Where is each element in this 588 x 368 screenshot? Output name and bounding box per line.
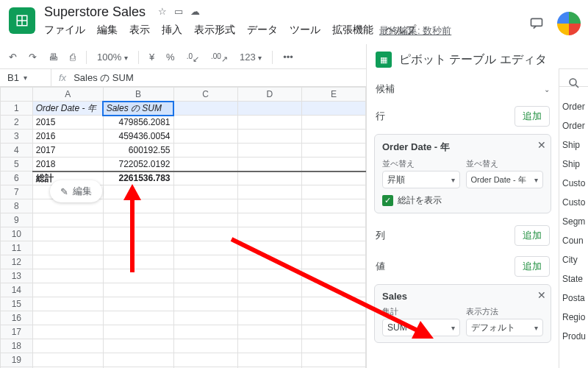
field-item[interactable]: Custo [559, 193, 588, 212]
meet-icon[interactable] [557, 12, 581, 35]
panel-title: ピボット テーブル エディタ [399, 52, 547, 68]
field-item[interactable]: Custo [559, 174, 588, 193]
number-format-button[interactable]: 123 ▾ [237, 50, 265, 64]
undo-icon[interactable]: ↶ [6, 50, 20, 64]
cell-A4[interactable]: 2017 [32, 144, 103, 158]
menu-extensions[interactable]: 拡張機能 [332, 24, 373, 37]
more-tools-button[interactable]: ••• [280, 50, 296, 64]
fields-sidebar: OrderOrderShipShipCustoCustoSegmCounCity… [559, 69, 588, 368]
menu-insert[interactable]: 挿入 [162, 24, 182, 37]
pivot-editor-panel: ▦ ピボット テーブル エディタ 候補 ⌄ 行 追加 ✕ Order Date … [366, 44, 559, 368]
cell-B6[interactable]: 2261536.783 [103, 171, 173, 185]
dec-decrease-button[interactable]: .0↙ [184, 49, 202, 66]
cell-B4[interactable]: 600192.55 [103, 144, 173, 158]
menu-view[interactable]: 表示 [129, 24, 150, 37]
field-item[interactable]: State [559, 269, 588, 289]
sort-order-select[interactable]: 昇順▾ [382, 171, 460, 188]
star-icon[interactable]: ☆ [158, 6, 167, 17]
currency-button[interactable]: ¥ [146, 50, 157, 64]
comments-icon[interactable] [526, 13, 547, 34]
dec-increase-button[interactable]: .00↗ [208, 49, 231, 66]
paint-icon[interactable]: ⎙ [67, 50, 79, 64]
edit-chip-label: 編集 [73, 185, 92, 198]
field-item[interactable]: Ship [559, 135, 588, 155]
row-4[interactable]: 4 [1, 144, 33, 158]
edit-chip[interactable]: ✎ 編集 [50, 180, 102, 202]
last-edit[interactable]: 最終編集: 数秒前 [379, 24, 451, 38]
menu-format[interactable]: 表示形式 [194, 24, 235, 37]
row-card: ✕ Order Date - 年 並べ替え 昇順▾ 並べ替え Order Dat… [374, 134, 551, 213]
pivot-icon: ▦ [376, 52, 392, 68]
field-item[interactable]: Posta [559, 289, 588, 308]
sort-by-label: 並べ替え [466, 158, 544, 169]
row-2[interactable]: 2 [1, 116, 33, 130]
menu-edit[interactable]: 編集 [97, 24, 118, 37]
percent-button[interactable]: % [163, 50, 178, 64]
move-icon[interactable]: ▭ [174, 6, 183, 17]
value-card: ✕ Sales 集計 SUM▾ 表示方法 デフォルト▾ [374, 284, 551, 343]
sheets-logo[interactable] [9, 7, 35, 34]
field-item[interactable]: Coun [559, 231, 588, 250]
col-D[interactable]: D [237, 88, 301, 102]
field-item[interactable]: Ship [559, 155, 588, 174]
row-5[interactable]: 5 [1, 158, 33, 171]
svg-point-4 [570, 79, 576, 85]
add-val-button[interactable]: 追加 [514, 256, 550, 277]
field-item[interactable]: City [559, 250, 588, 269]
col-A[interactable]: A [32, 88, 103, 102]
rows-section-label: 行 [376, 110, 385, 123]
search-icon[interactable] [567, 77, 581, 90]
field-item[interactable]: Order [559, 97, 588, 116]
print-icon[interactable]: 🖶 [46, 50, 61, 64]
close-icon[interactable]: ✕ [537, 139, 546, 151]
vals-section-label: 値 [376, 260, 385, 273]
formula-bar[interactable]: Sales の SUM [74, 71, 134, 85]
sort-by-select[interactable]: Order Date - 年▾ [466, 171, 544, 188]
row-card-title: Order Date - 年 [382, 141, 543, 154]
cell-A2[interactable]: 2015 [32, 116, 103, 130]
col-C[interactable]: C [173, 88, 237, 102]
name-box[interactable]: B1▾ [0, 69, 51, 86]
svg-line-5 [576, 85, 578, 88]
doc-title[interactable]: Superstore Sales [44, 4, 146, 20]
cell-B5[interactable]: 722052.0192 [103, 158, 173, 171]
redo-icon[interactable]: ↷ [26, 50, 40, 64]
check-icon: ✓ [382, 195, 393, 206]
cell-B3[interactable]: 459436.0054 [103, 130, 173, 144]
fx-icon: fx [51, 72, 74, 83]
add-row-button[interactable]: 追加 [514, 106, 550, 127]
add-col-button[interactable]: 追加 [514, 225, 550, 246]
show-as-select[interactable]: デフォルト▾ [466, 319, 544, 336]
menu-tools[interactable]: ツール [290, 24, 320, 37]
show-totals-checkbox[interactable]: ✓ 総計を表示 [382, 194, 543, 207]
zoom-select[interactable]: 100% ▾ [94, 50, 131, 64]
value-card-title: Sales [382, 291, 543, 302]
suggestions-label[interactable]: 候補 [376, 82, 395, 96]
field-item[interactable]: Regio [559, 308, 588, 327]
row-6[interactable]: 6 [1, 171, 33, 185]
sort-order-label: 並べ替え [382, 158, 460, 169]
spreadsheet-grid[interactable]: ABCDE 1Order Date - 年Sales の SUM 2201547… [0, 87, 366, 368]
menu-file[interactable]: ファイル [44, 24, 85, 37]
aggregate-select[interactable]: SUM▾ [382, 319, 460, 336]
cell-A1[interactable]: Order Date - 年 [32, 102, 103, 116]
cloud-icon[interactable]: ☁ [190, 6, 200, 17]
cell-A5[interactable]: 2018 [32, 158, 103, 171]
chevron-down-icon[interactable]: ⌄ [544, 85, 550, 93]
row-3[interactable]: 3 [1, 130, 33, 144]
menu-data[interactable]: データ [247, 24, 278, 37]
cell-B1[interactable]: Sales の SUM [103, 102, 173, 116]
cols-section-label: 列 [376, 229, 385, 242]
col-E[interactable]: E [301, 88, 365, 102]
field-item[interactable]: Produ [559, 327, 588, 346]
col-B[interactable]: B [103, 88, 173, 102]
close-icon[interactable]: ✕ [537, 289, 546, 301]
field-item[interactable]: Segm [559, 212, 588, 231]
svg-rect-3 [531, 18, 542, 26]
cell-B2[interactable]: 479856.2081 [103, 116, 173, 130]
aggregate-label: 集計 [382, 306, 460, 317]
show-as-label: 表示方法 [466, 306, 544, 317]
field-item[interactable]: Order [559, 116, 588, 135]
cell-A3[interactable]: 2016 [32, 130, 103, 144]
row-1[interactable]: 1 [1, 102, 33, 116]
